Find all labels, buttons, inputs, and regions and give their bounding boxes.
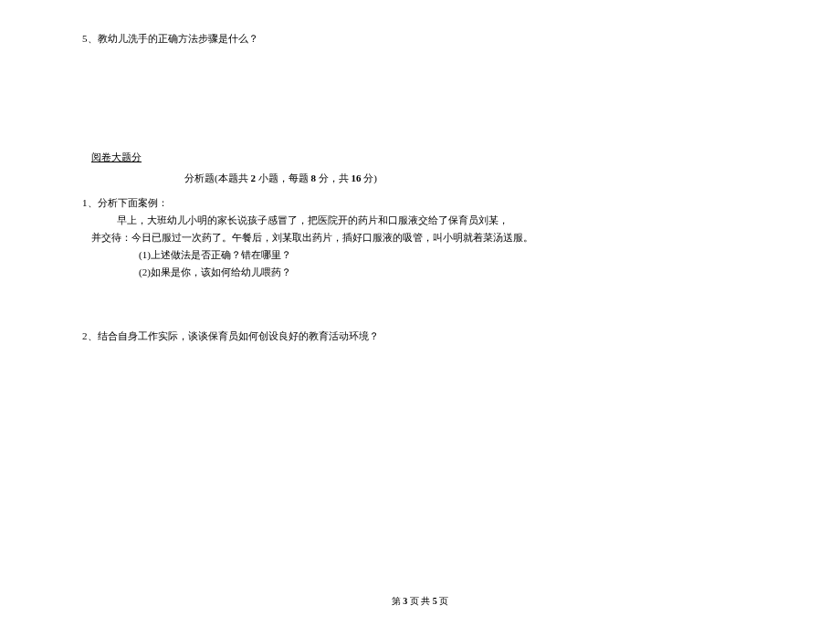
footer-mid: 页 共	[407, 596, 433, 606]
section-title-num3: 16	[351, 172, 361, 183]
section-title-mid1: 小题，每题	[256, 172, 311, 183]
section-label: 阅卷大题分	[91, 151, 142, 164]
q2-text: 2、结合自身工作实际，谈谈保育员如何创设良好的教育活动环境？	[82, 330, 379, 341]
question-5: 5、教幼儿洗手的正确方法步骤是什么？	[82, 32, 758, 46]
q1-sub1: (1)上述做法是否正确？错在哪里？	[139, 248, 758, 262]
question-5-text: 5、教幼儿洗手的正确方法步骤是什么？	[82, 33, 258, 44]
section-title-prefix: 分析题(本题共	[184, 172, 250, 183]
section-header: 阅卷大题分 分析题(本题共 2 小题，每题 8 分，共 16 分)	[82, 151, 758, 185]
footer-suffix: 页	[437, 596, 449, 606]
section-title-suffix: 分)	[361, 172, 376, 183]
page-footer: 第 3 页 共 5 页	[0, 595, 840, 608]
analysis-question-2: 2、结合自身工作实际，谈谈保育员如何创设良好的教育活动环境？	[82, 329, 758, 343]
q1-line1: 1、分析下面案例：	[82, 196, 758, 210]
q1-line3: 并交待：今日已服过一次药了。午餐后，刘某取出药片，插好口服液的吸管，叫小明就着菜…	[91, 231, 758, 245]
section-title: 分析题(本题共 2 小题，每题 8 分，共 16 分)	[184, 172, 758, 185]
q1-sub2: (2)如果是你，该如何给幼儿喂药？	[139, 266, 758, 279]
section-title-mid2: 分，共	[316, 172, 352, 183]
analysis-question-1: 1、分析下面案例： 早上，大班幼儿小明的家长说孩子感冒了，把医院开的药片和口服液…	[82, 196, 758, 279]
document-page: 5、教幼儿洗手的正确方法步骤是什么？ 阅卷大题分 分析题(本题共 2 小题，每题…	[0, 0, 840, 343]
footer-prefix: 第	[392, 596, 404, 606]
q1-line2: 早上，大班幼儿小明的家长说孩子感冒了，把医院开的药片和口服液交给了保育员刘某，	[117, 214, 758, 227]
